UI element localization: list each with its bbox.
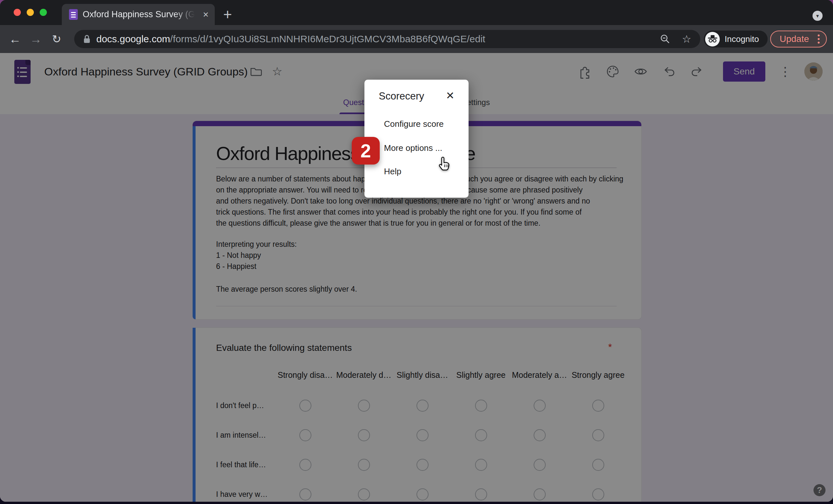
chevron-down-icon: ▼ bbox=[815, 13, 820, 19]
tab-close-icon[interactable]: ✕ bbox=[203, 10, 209, 19]
incognito-label: Incognito bbox=[724, 34, 759, 44]
tab-search-button[interactable]: ▼ bbox=[812, 11, 823, 21]
update-label: Update bbox=[780, 34, 809, 44]
bookmark-star-icon[interactable]: ☆ bbox=[682, 33, 691, 45]
browser-menu-icon[interactable] bbox=[818, 33, 820, 45]
menu-item-configure-score[interactable]: Configure score bbox=[384, 118, 444, 129]
traffic-light-zoom[interactable] bbox=[40, 9, 47, 16]
forms-favicon bbox=[69, 9, 78, 20]
traffic-light-minimize[interactable] bbox=[27, 9, 34, 16]
back-button[interactable]: ← bbox=[9, 33, 21, 45]
traffic-light-close[interactable] bbox=[14, 9, 21, 16]
reload-button[interactable]: ↻ bbox=[52, 33, 62, 45]
menu-item-help[interactable]: Help bbox=[384, 166, 401, 177]
address-bar[interactable]: docs.google.com/forms/d/1vyQIu3Ui8SLmNNH… bbox=[74, 30, 700, 48]
forward-button[interactable]: → bbox=[30, 33, 42, 45]
tab-strip: Oxford Happiness Survey (GRID Groups) ✕ … bbox=[0, 0, 833, 25]
lock-icon bbox=[82, 34, 91, 44]
forms-page: Oxford Happiness Survey (GRID Groups) ☆ … bbox=[0, 53, 833, 502]
url-text: docs.google.com/forms/d/1vyQIu3Ui8SLmNNH… bbox=[96, 33, 485, 45]
browser-window: Oxford Happiness Survey (GRID Groups) ✕ … bbox=[0, 0, 833, 502]
update-button[interactable]: Update bbox=[770, 30, 827, 48]
browser-toolbar: ← → ↻ docs.google.com/forms/d/1vyQIu3Ui8… bbox=[0, 25, 833, 53]
dialog-title: Scorecery bbox=[379, 91, 424, 102]
pointer-cursor bbox=[438, 156, 451, 173]
menu-item-more-options[interactable]: More options ... bbox=[384, 143, 442, 153]
zoom-icon[interactable] bbox=[660, 33, 671, 45]
url-path: /forms/d/1vyQIu3Ui8SLmNNHRI6MeDr3UjtGMCV… bbox=[170, 33, 485, 44]
scorecery-dialog: Scorecery ✕ Configure score More options… bbox=[364, 80, 469, 198]
dialog-close-icon[interactable]: ✕ bbox=[446, 90, 455, 102]
incognito-badge: Incognito bbox=[704, 30, 768, 48]
tab-title: Oxford Happiness Survey (GRID Groups) bbox=[82, 9, 195, 20]
new-tab-button[interactable]: + bbox=[223, 7, 232, 22]
step-badge: 2 bbox=[352, 137, 380, 165]
url-host: docs.google.com bbox=[96, 33, 170, 44]
browser-tab[interactable]: Oxford Happiness Survey (GRID Groups) ✕ bbox=[62, 4, 215, 25]
incognito-icon bbox=[705, 32, 720, 47]
